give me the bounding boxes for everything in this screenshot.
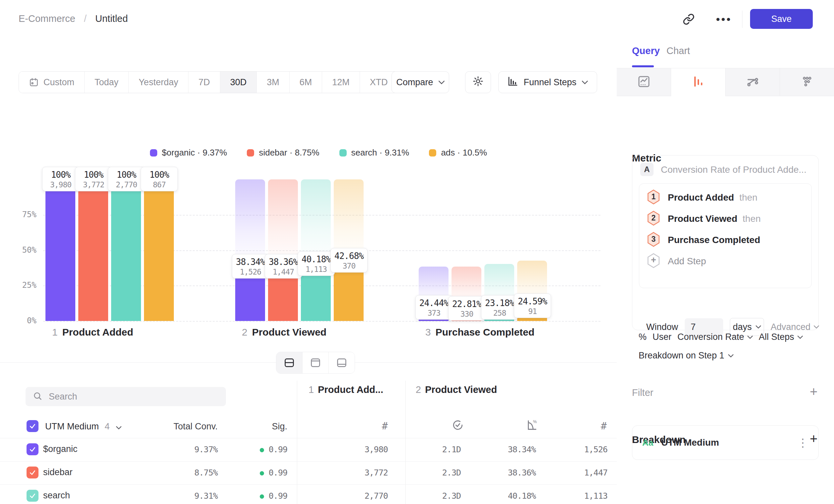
legend-item-organic[interactable]: $organic · 9.37% (150, 147, 227, 158)
breadcrumb: E-Commerce / Untitled (19, 13, 128, 24)
svg-text:1: 1 (652, 192, 656, 201)
bar-value-label: 100%3,772 (75, 167, 112, 191)
tab-chart[interactable]: Chart (666, 45, 690, 56)
add-step-label: Add Step (668, 256, 706, 267)
funnel-analysis-app: E-Commerce / Untitled ••• Save CustomTod… (0, 0, 834, 504)
sig-header[interactable]: Sig. (272, 421, 287, 432)
funnel-bar-sidebar[interactable] (78, 179, 108, 321)
more-icon[interactable]: ••• (716, 11, 732, 27)
breakdown-item[interactable]: Aa UTM Medium ⋮ (632, 426, 819, 460)
breakdown-column-header[interactable]: UTM Medium 4 (45, 421, 122, 432)
advanced-dropdown[interactable]: Advanced (771, 322, 819, 332)
total-conv-header[interactable]: Total Conv. (174, 421, 218, 432)
step-label-2: 2Product Viewed (242, 327, 326, 338)
flow-chart-tab[interactable] (726, 68, 780, 96)
metric-step-3[interactable]: 3Purchase Completed (639, 229, 811, 251)
conversion-rate-icon[interactable]: % (526, 419, 538, 433)
range-30d[interactable]: 30D (220, 72, 257, 93)
breadcrumb-project[interactable]: E-Commerce (19, 13, 75, 24)
hash-icon[interactable]: # (382, 420, 388, 432)
link-icon[interactable] (681, 11, 697, 27)
string-type-badge: Aa (642, 438, 653, 448)
query-panel: Query Chart Metric A Conversion Rate of … (617, 38, 834, 504)
row-step1-count: 3,772 (365, 468, 388, 478)
table-row-sidebar: sidebar8.75%0.993,7722.3D38.36%1,447 (0, 461, 617, 485)
legend-label: sidebar · 8.75% (259, 147, 319, 158)
funnel-ghost-bar (235, 179, 265, 267)
step-number-hexagon: 2 (646, 210, 660, 227)
bar-value-label: 100%867 (141, 167, 178, 191)
row-checkbox[interactable] (26, 490, 39, 502)
split-view-button[interactable] (276, 352, 303, 373)
legend-item-sidebar[interactable]: sidebar · 8.75% (247, 147, 319, 158)
range-3m[interactable]: 3M (257, 72, 290, 93)
row-step2-count: 1,113 (584, 491, 608, 501)
y-axis-tick: 25% (13, 280, 37, 290)
range-today[interactable]: Today (85, 72, 129, 93)
range-6m[interactable]: 6M (290, 72, 323, 93)
funnel-bar-ads[interactable] (144, 179, 174, 321)
metric-step-2[interactable]: 2Product Viewedthen (639, 208, 811, 229)
bar-value-label: 100%3,980 (42, 167, 79, 191)
bar-value-label: 23.18%258 (481, 295, 518, 320)
breadcrumb-separator: / (84, 13, 87, 24)
funnel-chart-tab[interactable] (671, 68, 726, 96)
range-12m[interactable]: 12M (322, 72, 360, 93)
row-significance: 0.99 (260, 445, 287, 454)
scope-selector[interactable]: All Steps (759, 332, 803, 342)
save-button[interactable]: Save (750, 9, 813, 29)
select-all-checkbox[interactable] (26, 420, 39, 432)
bottom-panel-view-button[interactable] (329, 352, 355, 373)
search-box (25, 387, 226, 406)
top-panel-view-button[interactable] (303, 352, 329, 373)
breadcrumb-current[interactable]: Untitled (95, 13, 128, 24)
row-step2-time: 2.3D (442, 468, 461, 478)
bar-value-label: 38.34%1,526 (232, 254, 269, 278)
legend-item-search[interactable]: search · 9.31% (339, 147, 409, 158)
table-header-row: UTM Medium 4 Total Conv. Sig. # % # (0, 416, 617, 438)
hash-icon[interactable]: # (601, 420, 607, 432)
breakdown-on-step-selector[interactable]: Breakdown on Step 1 (639, 350, 733, 361)
range-7d[interactable]: 7D (189, 72, 220, 93)
legend-swatch (429, 149, 436, 157)
table-step2-header: 2Product Viewed (416, 384, 497, 395)
entity-selector[interactable]: User (653, 332, 672, 342)
chart-type-dropdown[interactable]: Funnel Steps (498, 71, 597, 93)
row-checkbox[interactable] (26, 466, 39, 479)
line-chart-tab[interactable] (617, 68, 671, 96)
funnel-bar-search[interactable] (111, 179, 141, 321)
chart-legend: $organic · 9.37%sidebar · 8.75%search · … (43, 147, 594, 158)
compare-label: Compare (396, 77, 433, 88)
funnel-bar-organic[interactable] (45, 179, 75, 321)
row-significance: 0.99 (260, 491, 287, 501)
range-custom[interactable]: Custom (19, 72, 85, 93)
series-title[interactable]: Conversion Rate of Product Adde... (661, 164, 807, 175)
compare-button[interactable]: Compare (392, 71, 449, 93)
range-yesterday[interactable]: Yesterday (129, 72, 189, 93)
tab-query[interactable]: Query (632, 45, 660, 56)
breakdown-count: 4 (105, 421, 110, 431)
scatter-chart-tab[interactable] (780, 68, 834, 96)
y-axis-tick: 75% (13, 210, 37, 219)
metric-step-1[interactable]: 1Product Addedthen (639, 187, 811, 208)
chart-settings-button[interactable] (465, 71, 491, 93)
step-then-label: then (743, 213, 761, 224)
svg-text:+: + (651, 255, 656, 265)
search-input[interactable] (48, 391, 208, 402)
kebab-menu-icon[interactable]: ⋮ (797, 436, 809, 449)
bar-value-label: 40.18%1,113 (298, 251, 335, 276)
add-step-button[interactable]: +Add Step (639, 251, 811, 272)
metric-selector[interactable]: Conversion Rate (677, 332, 753, 342)
time-to-convert-icon[interactable] (452, 419, 463, 433)
significance-dot (260, 471, 264, 476)
bar-value-label: 100%2,770 (108, 167, 145, 191)
legend-item-ads[interactable]: ads · 10.5% (429, 147, 487, 158)
flow-chart-icon (746, 75, 760, 90)
row-total-conv: 9.31% (194, 491, 218, 501)
series-letter-badge: A (640, 163, 654, 176)
add-filter-plus-icon[interactable]: + (810, 384, 817, 399)
row-checkbox[interactable] (26, 443, 39, 455)
legend-swatch (150, 149, 157, 157)
row-step2-rate: 38.34% (508, 445, 536, 454)
row-name: $organic (43, 444, 78, 454)
